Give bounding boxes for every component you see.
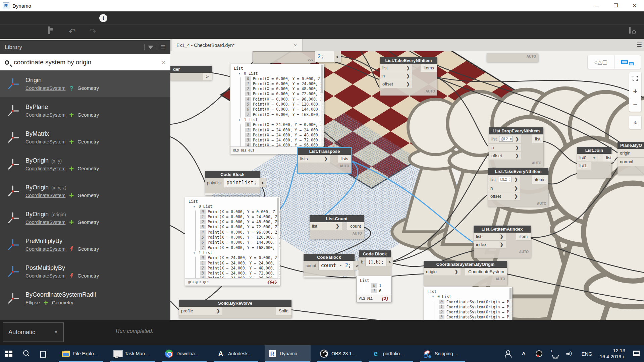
library-item-namespace-link[interactable]: CoordinateSystem — [25, 139, 65, 144]
taskbar-button[interactable]: Dynamo — [265, 345, 311, 362]
input-port-profile[interactable]: profile❯ — [179, 307, 222, 315]
lacing-label[interactable]: AUTO — [488, 200, 548, 206]
taskbar-button[interactable]: OBS 23.1... — [316, 345, 362, 362]
watch-scrollbar[interactable] — [277, 197, 279, 278]
node-code-block-list[interactable]: Code Block b [1,b]; > — [359, 250, 391, 276]
input-port-count[interactable]: count — [304, 261, 319, 270]
input-port-lists[interactable]: lists❯ — [298, 155, 330, 163]
output-port-items[interactable]: items — [532, 175, 548, 184]
wire[interactable] — [170, 226, 185, 234]
input-port-list[interactable]: list❯ — [310, 222, 342, 230]
output-port[interactable]: > — [386, 257, 393, 266]
library-item-namespace-link[interactable]: CoordinateSystem — [25, 273, 65, 279]
node-title[interactable]: Plane.ByO — [618, 142, 644, 149]
taskbar-button[interactable]: portfolio... — [368, 345, 414, 362]
node-title[interactable]: List.Transpose — [298, 148, 351, 155]
obs-tray-icon[interactable] — [535, 350, 543, 358]
library-menu-icon[interactable]: ☰ — [160, 44, 166, 51]
maximize-button[interactable]: ❐ — [606, 0, 625, 11]
input-port-list[interactable]: list❯ — [380, 64, 412, 72]
output-port-item[interactable]: item — [516, 233, 531, 241]
search-clear-icon[interactable]: × — [162, 59, 166, 66]
input-port-pointlist[interactable]: pointlist — [205, 178, 224, 187]
code-block-code[interactable]: pointlist; — [224, 178, 259, 187]
run-mode-dropdown[interactable]: Automatic▼ — [3, 322, 64, 342]
node-list-transpose[interactable]: List.Transpose lists❯lists AUTO — [298, 148, 351, 173]
node-watch-coordinate-systems[interactable]: List 0 List 0CoordinateSystem(Origin = P… — [424, 287, 513, 320]
taskbar-button[interactable] — [0, 345, 17, 362]
library-item[interactable]: ByMatrix CoordinateSystem Geometry — [0, 124, 170, 151]
library-item[interactable]: ByOrigin(x, y) CoordinateSystem Geometry — [0, 151, 170, 178]
node-plane-by-origin-normal[interactable]: Plane.ByO origin normal — [618, 142, 644, 174]
taskbar-button[interactable]: File Explo... — [58, 345, 104, 362]
wire[interactable] — [170, 137, 205, 183]
language-indicator[interactable]: ENG — [581, 351, 592, 357]
wire[interactable] — [358, 51, 379, 87]
library-item[interactable]: PostMultiplyBy CoordinateSystem Geometry — [0, 258, 170, 285]
library-item[interactable]: Origin CoordinateSystem Geometry — [0, 70, 170, 97]
library-item[interactable]: ByCoordinateSystemRadii Ellipse Geometry — [0, 285, 170, 312]
node-der-partial[interactable]: der > — [170, 66, 212, 80]
lacing-level-selector[interactable]: @L2▲▼ — [498, 177, 512, 182]
taskbar-button[interactable] — [35, 345, 52, 362]
search-input[interactable] — [14, 59, 162, 66]
lacing-label[interactable]: AUTO — [310, 230, 364, 236]
watch-scrollbar[interactable] — [509, 288, 512, 320]
wire[interactable] — [291, 310, 405, 320]
node-list-join[interactable]: List.Join list0 + - list list1 — [577, 147, 611, 178]
new-file-button[interactable] — [6, 27, 15, 36]
library-item-namespace-link[interactable]: Ellipse — [25, 300, 40, 305]
graph-view-button[interactable] — [614, 55, 641, 69]
hidden-icons-chevron[interactable] — [520, 350, 528, 358]
taskbar-button[interactable]: Task Man... — [110, 345, 156, 362]
node-code-block-count[interactable]: Code Block count count - 2; > — [304, 254, 355, 278]
node-list-take-every-nth-1[interactable]: List.TakeEveryNthItem list❯items n❯ offs… — [380, 57, 437, 95]
node-watch-small[interactable]: List 01 16 @L2 @L1 {2} — [356, 276, 392, 302]
output-port-count[interactable]: count — [347, 222, 364, 230]
input-port-n[interactable]: n❯ — [380, 72, 412, 80]
taskbar-button[interactable]: Autodesk... — [213, 345, 259, 362]
output-port-coordinatesystem[interactable]: CoordinateSystem — [465, 268, 507, 276]
lacing-label[interactable]: AUTO — [380, 88, 437, 94]
input-port-normal[interactable]: normal — [618, 158, 644, 166]
node-title[interactable]: Code Block — [205, 171, 260, 178]
node-title[interactable]: List.Join — [577, 147, 611, 154]
node-title[interactable]: List.TakeEveryNthItem — [488, 168, 548, 175]
tab-overflow-menu-icon[interactable]: ☰ — [637, 41, 642, 49]
lacing-label[interactable]: AUTO — [424, 276, 507, 282]
zoom-out-button[interactable]: − — [633, 102, 638, 108]
wire[interactable] — [341, 57, 379, 71]
node-list-get-item-at-index[interactable]: List.GetItemAtIndex list❯item index❯ AUT… — [474, 226, 531, 257]
output-port-lists[interactable]: lists — [338, 155, 351, 163]
input-port-origin[interactable]: origin — [618, 149, 644, 158]
taskbar-button[interactable]: Snipping ... — [420, 345, 466, 362]
output-port[interactable]: > — [259, 178, 266, 187]
tab-workspace[interactable]: Ex1_4 - CheckerBoard.dyn* × — [172, 39, 303, 51]
lacing-label[interactable]: AUTO — [298, 163, 351, 169]
input-port-list[interactable]: list@L2▲▼❯ — [489, 134, 521, 144]
wire-selected[interactable] — [280, 161, 299, 209]
open-file-button[interactable] — [27, 27, 36, 36]
input-port-offset[interactable]: offset❯ — [489, 152, 521, 160]
node-title[interactable]: CoordinateSystem.ByOrigin — [424, 261, 507, 268]
minimize-button[interactable]: ─ — [588, 0, 606, 11]
lacing-label[interactable]: AUTO — [489, 160, 543, 166]
remove-port-button[interactable]: - — [597, 154, 603, 162]
input-port-b[interactable]: b — [359, 257, 366, 266]
close-button[interactable]: ✕ — [625, 0, 644, 11]
watch-scrollbar[interactable] — [321, 64, 324, 146]
library-item-namespace-link[interactable]: CoordinateSystem — [25, 112, 65, 118]
pan-button[interactable] — [629, 116, 641, 129]
input-port-list[interactable]: list@L2▲▼❯ — [488, 175, 520, 184]
input-port-offset[interactable]: offset❯ — [488, 192, 520, 200]
notifications-icon[interactable]: ! — [99, 14, 107, 22]
graph-canvas[interactable]: xxx der > AUTO 2; > List 0 List 0Point(X… — [170, 51, 644, 320]
library-item-namespace-link[interactable]: CoordinateSystem — [25, 193, 65, 198]
filter-icon[interactable] — [148, 46, 153, 49]
output-port-items[interactable]: items — [421, 64, 437, 72]
library-item-namespace-link[interactable]: CoordinateSystem — [25, 246, 65, 252]
zoom-in-button[interactable]: + — [633, 88, 638, 95]
fit-view-button[interactable] — [633, 76, 638, 81]
redo-button[interactable]: ↷ — [89, 27, 98, 36]
clock[interactable]: 12:13 16.4.2019 г. — [600, 348, 625, 360]
